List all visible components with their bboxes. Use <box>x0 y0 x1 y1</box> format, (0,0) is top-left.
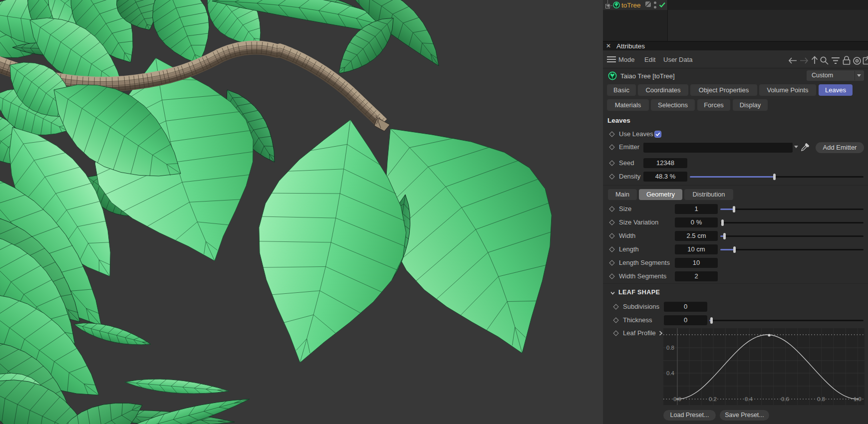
svg-text:0.0: 0.0 <box>673 396 681 402</box>
svg-text:0.4: 0.4 <box>745 396 753 402</box>
svg-text:0.6: 0.6 <box>781 396 789 402</box>
svg-text:0.8: 0.8 <box>666 345 674 351</box>
svg-text:0.8: 0.8 <box>817 396 825 402</box>
svg-text:0.4: 0.4 <box>666 370 675 376</box>
svg-text:1.0: 1.0 <box>854 396 862 402</box>
svg-text:0.2: 0.2 <box>709 396 717 402</box>
